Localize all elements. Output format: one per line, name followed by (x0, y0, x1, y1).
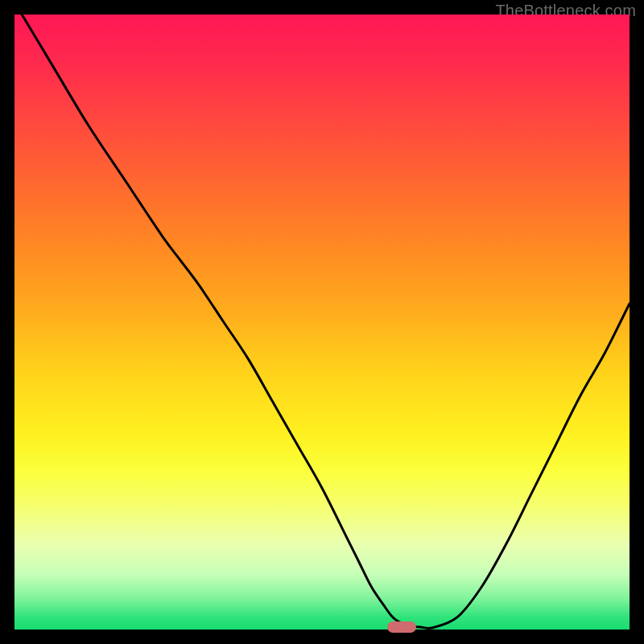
bottleneck-curve (14, 14, 630, 630)
plot-area (14, 14, 630, 630)
optimal-point-marker (387, 621, 416, 633)
bottleneck-chart: TheBottleneck.com (0, 0, 644, 644)
